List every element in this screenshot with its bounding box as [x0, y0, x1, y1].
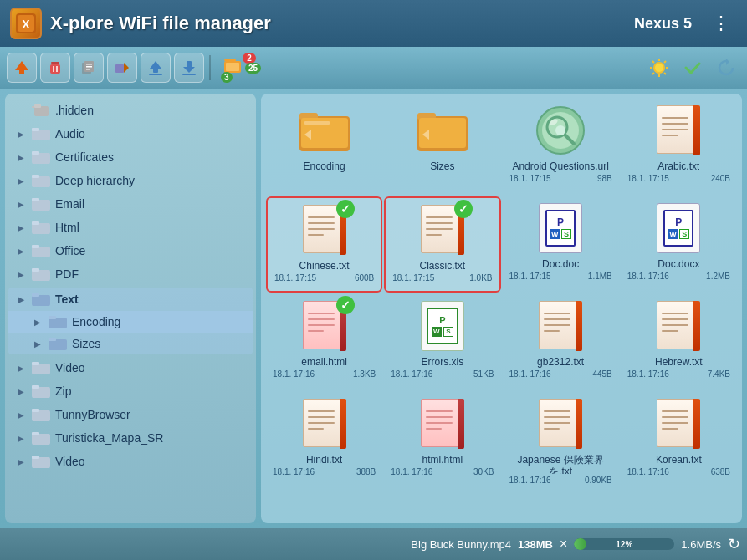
status-size: 138MB [518, 538, 553, 551]
sidebar-label-encoding: Encoding [72, 315, 120, 328]
toolbar-copy-button[interactable] [74, 53, 104, 83]
sidebar-item-encoding[interactable]: Encoding [8, 311, 253, 333]
folder-icon-text [32, 292, 50, 307]
file-name-chinese-txt: Chinese.txt [299, 260, 350, 272]
folder-icon-html [32, 220, 50, 235]
svg-rect-41 [32, 128, 39, 131]
toolbar-upload-button[interactable] [141, 53, 171, 83]
file-item-hebrew-txt[interactable]: Hebrew.txt 18.1. 17:16 7.4KB [621, 294, 737, 390]
toolbar-download-button[interactable] [174, 53, 204, 83]
file-item-errors-xls[interactable]: P W S Errors.xls 18.1. 17:16 51KB [384, 294, 500, 390]
arrow-text [15, 293, 27, 305]
file-item-japanese-txt[interactable]: Japanese 保険業界を.txt 18.1. 17:16 0.90KB [503, 392, 619, 488]
file-item-email-html[interactable]: ✓ email.html 18.1. 17:16 1.3KB [266, 294, 382, 390]
app-logo: X [10, 8, 42, 39]
sidebar-label-turisticka: Turisticka_Mapa_SR [55, 431, 163, 445]
svg-rect-13 [86, 66, 92, 68]
sidebar-item-office[interactable]: Office [5, 239, 256, 262]
svg-rect-4 [19, 69, 24, 74]
file-item-android-questions[interactable]: Android Questions.url 18.1. 17:15 98B [503, 99, 619, 195]
folder-icon-video2 [32, 454, 50, 469]
toolbar-delete-button[interactable] [40, 53, 70, 83]
arrow-office [15, 245, 27, 257]
checkmark-classic: ✓ [454, 200, 473, 218]
html-icon-email: ✓ [298, 299, 351, 353]
sidebar-item-zip[interactable]: Zip [5, 379, 256, 403]
toolbar-sun-button[interactable] [645, 53, 673, 82]
arrow-audio [15, 128, 27, 140]
arrow-zip [15, 385, 27, 397]
file-meta-arabic-txt: 18.1. 17:15 240B [624, 172, 734, 183]
file-grid: Encoding Sizes [261, 94, 742, 523]
file-item-doc-doc[interactable]: P W S Doc.doc 18.1. 17:15 1.1MB [503, 196, 619, 293]
status-bar: Big Buck Bunny.mp4 138MB × 12% 1.6MB/s ↻ [0, 528, 747, 560]
svg-marker-21 [183, 67, 195, 73]
sidebar-item-audio[interactable]: Audio [5, 122, 256, 145]
file-item-hindi-txt[interactable]: Hindi.txt 18.1. 17:16 388B [266, 392, 382, 488]
arrow-encoding [32, 316, 43, 328]
sidebar-label-deep-hierarchy: Deep hierarchy [55, 174, 135, 187]
svg-rect-55 [32, 293, 39, 297]
sidebar-item-html[interactable]: Html [5, 216, 256, 239]
menu-button[interactable]: ⋮ [705, 9, 737, 38]
sidebar-item-text[interactable]: Text [8, 288, 253, 311]
file-item-arabic-txt[interactable]: Arabic.txt 18.1. 17:15 240B [621, 99, 737, 195]
sidebar-item-tunnybrowser[interactable]: TunnyBrowser [5, 403, 256, 426]
toolbar-up-button[interactable] [7, 53, 37, 83]
file-size-chinese-txt: 600B [355, 273, 374, 283]
status-refresh-button[interactable]: ↻ [728, 535, 740, 553]
file-item-gb2312-txt[interactable]: gb2312.txt 18.1. 17:16 445B [503, 294, 619, 390]
file-name-classic-txt: Classic.txt [420, 260, 466, 272]
arrow-email [15, 198, 27, 210]
file-meta-errors-xls: 18.1. 17:16 51KB [387, 368, 497, 379]
file-item-encoding-folder[interactable]: Encoding [266, 99, 382, 195]
svg-line-32 [652, 61, 654, 63]
sidebar-item-turisticka[interactable]: Turisticka_Mapa_SR [5, 426, 256, 450]
toolbar-check-button[interactable] [678, 53, 707, 82]
sidebar-item-deep-hierarchy[interactable]: Deep hierarchy [5, 169, 256, 192]
sidebar-item-hidden[interactable]: .hidden [5, 99, 256, 122]
folder-icon-email [32, 196, 50, 211]
file-item-html-html[interactable]: html.html 18.1. 17:16 30KB [384, 392, 500, 488]
file-item-doc-docx[interactable]: P W S Doc.docx 18.1. 17:16 1.2MB [621, 196, 737, 293]
status-filename: Big Buck Bunny.mp4 [411, 538, 511, 551]
file-date-html-html: 18.1. 17:16 [391, 467, 432, 476]
sidebar-item-sizes[interactable]: Sizes [8, 333, 253, 354]
file-item-sizes-folder[interactable]: Sizes [384, 99, 500, 195]
progress-label: 12% [574, 538, 674, 550]
sidebar-item-pdf[interactable]: PDF [5, 262, 256, 286]
html-icon-html [416, 397, 469, 451]
svg-rect-25 [226, 63, 239, 71]
svg-rect-22 [182, 74, 196, 75]
file-meta-chinese-txt: 18.1. 17:15 600B [271, 272, 377, 283]
sidebar-label-video: Video [55, 361, 85, 374]
svg-marker-3 [15, 61, 28, 70]
excel-icon-errors: P W S [416, 299, 469, 353]
toolbar-counter-group: 2 25 3 [216, 53, 256, 83]
txt-icon-arabic [652, 104, 705, 157]
svg-point-27 [655, 64, 663, 72]
sidebar-item-certificates[interactable]: Certificates [5, 145, 256, 169]
file-size-japanese-txt: 0.90KB [585, 476, 612, 485]
sidebar-item-video2[interactable]: Video [5, 450, 256, 473]
toolbar-refresh-button[interactable] [712, 53, 740, 82]
toolbar-move-button[interactable] [107, 53, 137, 83]
file-item-korean-txt[interactable]: Korean.txt 18.1. 17:16 638B [621, 392, 737, 488]
svg-rect-59 [49, 338, 56, 341]
file-item-classic-txt[interactable]: ✓ Classic.txt 18.1. 17:15 1.0KB [384, 196, 500, 293]
checkmark-chinese: ✓ [336, 200, 355, 218]
file-meta-classic-txt: 18.1. 17:15 1.0KB [389, 272, 495, 283]
file-date-doc-doc: 18.1. 17:15 [509, 272, 551, 281]
file-name-encoding-folder: Encoding [304, 160, 345, 172]
folder-icon-turisticka [32, 430, 50, 445]
toolbar: 2 25 3 [0, 47, 747, 89]
folder-icon-office [32, 243, 50, 258]
sidebar-item-video[interactable]: Video [5, 356, 256, 379]
file-size-email-html: 1.3KB [353, 369, 376, 379]
file-item-chinese-txt[interactable]: ✓ Chinese.txt 18.1. 17:15 600B [266, 196, 382, 293]
svg-rect-73 [304, 121, 330, 125]
status-close-button[interactable]: × [560, 537, 567, 552]
sidebar-item-email[interactable]: Email [5, 192, 256, 216]
sidebar-label-audio: Audio [55, 127, 85, 140]
folder-icon-encoding-large [298, 104, 351, 157]
